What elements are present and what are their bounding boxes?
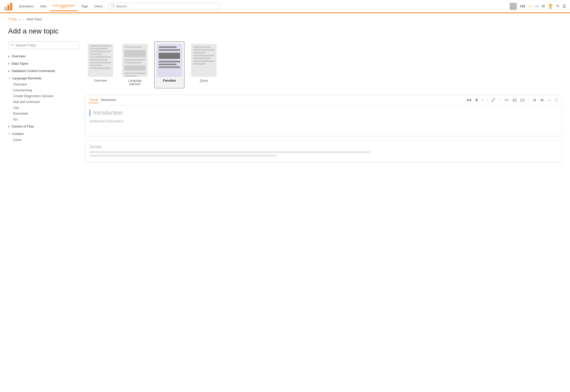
- template-overview-preview: [88, 44, 113, 77]
- sidebar-section-language: ▼ Language Elements Overview Commenting …: [8, 75, 79, 122]
- sidebar-item-datatypes[interactable]: ▶ Data Types: [8, 60, 79, 67]
- sidebar-sub-item-create-diagnostics[interactable]: Create Diagnostics Session: [13, 93, 79, 99]
- tab-markdown[interactable]: Markdown: [100, 97, 117, 103]
- page-title: Add a new topic: [0, 25, 570, 41]
- sidebar-item-language[interactable]: ▼ Language Elements: [8, 75, 79, 81]
- chevron-right-icon: ▶: [8, 55, 10, 58]
- syntax-title: Syntax: [90, 145, 558, 149]
- syntax-line-1: [90, 151, 370, 153]
- sidebar-search-container: [8, 41, 79, 49]
- svg-point-21: [540, 100, 541, 100]
- nav-questions[interactable]: Questions: [16, 3, 36, 10]
- svg-point-6: [11, 44, 13, 46]
- toolbar-font-size[interactable]: AA: [466, 98, 473, 102]
- template-query[interactable]: Query: [189, 41, 219, 88]
- sidebar-sub-language: Overview Commenting Create Diagnostics S…: [8, 81, 79, 122]
- chevron-down-icon: ▼: [8, 132, 11, 135]
- sidebar-search-input[interactable]: [15, 43, 76, 47]
- toolbar-sep-2: [528, 98, 528, 103]
- svg-rect-8: [513, 99, 516, 101]
- gold-badge: ●1: [528, 5, 532, 8]
- global-search: [108, 3, 220, 10]
- template-overview[interactable]: Overview: [85, 41, 116, 88]
- sidebar-item-label: Database Control Commands: [12, 69, 55, 73]
- toolbar-code[interactable]: </>: [503, 98, 510, 102]
- sidebar-sub-item-overview[interactable]: Overview: [13, 81, 79, 87]
- chevron-down-icon: ▼: [8, 77, 11, 80]
- sidebar-item-control-flow[interactable]: ▶ Control of Flow: [8, 123, 79, 130]
- toolbar-codeblock[interactable]: [520, 98, 525, 102]
- sidebar: ▶ Overview ▶ Data Types ▶ Database Contr…: [8, 41, 79, 163]
- syntax-container: Syntax: [85, 140, 562, 163]
- silver-badge: ●9: [535, 5, 539, 8]
- template-language[interactable]: Language Element: [120, 41, 150, 88]
- tab-visual[interactable]: Visual: [88, 97, 98, 103]
- nav-users[interactable]: Users: [92, 3, 105, 10]
- svg-point-20: [540, 99, 541, 100]
- sidebar-section-dbcontrol: ▶ Database Control Commands: [8, 68, 79, 74]
- sidebar-section-cursors: ▼ Cursors Close: [8, 131, 79, 143]
- sidebar-sub-item-use[interactable]: Use: [13, 105, 79, 111]
- search-icon: [111, 4, 115, 8]
- toolbar-sep-1: [487, 98, 487, 103]
- sidebar-item-overview[interactable]: ▶ Overview: [8, 53, 79, 59]
- sidebar-search-icon: [11, 43, 14, 47]
- toolbar-image[interactable]: [512, 98, 518, 102]
- template-function[interactable]: Function: [154, 41, 185, 88]
- syntax-lines: [90, 151, 558, 157]
- svg-line-5: [114, 7, 114, 7]
- toolbar-bold[interactable]: B: [475, 98, 479, 102]
- template-function-label: Function: [157, 79, 182, 82]
- sidebar-item-dbcontrol[interactable]: ▶ Database Control Commands: [8, 68, 79, 74]
- toolbar-help[interactable]: ?: [554, 98, 559, 102]
- template-cards: Overview Language Element: [85, 41, 562, 88]
- toolbar-unordered-list[interactable]: [539, 98, 545, 102]
- inbox-icon[interactable]: ✉: [542, 4, 545, 9]
- chevron-right-icon: ▶: [8, 125, 10, 128]
- breadcrumb-chevron: ▼: [19, 18, 22, 21]
- menu-icon[interactable]: ☰: [562, 4, 566, 9]
- content-area: Overview Language Element: [85, 41, 562, 163]
- sidebar-sub-item-close[interactable]: Close: [13, 137, 79, 143]
- site-logo[interactable]: [4, 2, 13, 11]
- syntax-line-2: [90, 155, 277, 157]
- svg-rect-1: [7, 5, 9, 10]
- breadcrumb-sep: ›: [23, 17, 24, 21]
- nav-documentation[interactable]: Documentation BETA: [50, 2, 77, 11]
- review-icon[interactable]: ✎: [556, 4, 559, 9]
- avatar[interactable]: [510, 3, 517, 10]
- svg-line-7: [13, 46, 14, 46]
- reputation-score: 191: [520, 4, 525, 8]
- template-query-label: Query: [191, 79, 217, 82]
- breadcrumb-parent[interactable]: T-SQL: [8, 17, 17, 21]
- search-input[interactable]: [116, 4, 217, 8]
- toolbar-link[interactable]: [490, 98, 496, 102]
- sidebar-item-label: Overview: [12, 54, 25, 58]
- sidebar-sub-item-null-unknown[interactable]: Null and Unknown: [13, 99, 79, 105]
- sidebar-item-cursors[interactable]: ▼ Cursors: [8, 131, 79, 137]
- sidebar-item-label: Control of Flow: [12, 124, 34, 128]
- svg-rect-0: [5, 7, 7, 10]
- top-nav: Questions Jobs Documentation BETA Tags U…: [0, 0, 570, 13]
- editor-toolbar: Visual Markdown AA B I " </>: [85, 95, 562, 105]
- toolbar-hr[interactable]: —: [547, 98, 552, 102]
- sidebar-sub-item-commenting[interactable]: Commenting: [13, 87, 79, 93]
- template-query-preview: [191, 44, 217, 77]
- svg-point-22: [540, 101, 541, 101]
- nav-jobs[interactable]: Jobs: [37, 3, 49, 10]
- breadcrumb-current: New Topic: [27, 17, 42, 21]
- breadcrumb: T-SQL ▼ › New Topic: [0, 13, 570, 25]
- nav-right: 191 ●1 ●9 ✉ 🏆 ✎ ☰: [510, 3, 566, 10]
- toolbar-quote[interactable]: ": [498, 98, 501, 102]
- editor-body[interactable]: Introduction Additional information: [85, 105, 562, 136]
- toolbar-ordered-list[interactable]: 123: [531, 98, 537, 102]
- template-overview-label: Overview: [88, 79, 113, 82]
- template-language-preview: [122, 44, 148, 77]
- trophy-icon[interactable]: 🏆: [548, 4, 553, 9]
- sidebar-item-label: Cursors: [12, 132, 24, 136]
- sidebar-sub-item-go[interactable]: Go: [13, 116, 79, 122]
- chevron-right-icon: ▶: [8, 62, 10, 65]
- nav-tags[interactable]: Tags: [78, 3, 90, 10]
- toolbar-italic[interactable]: I: [481, 98, 484, 102]
- sidebar-sub-item-backslash[interactable]: Backslash: [13, 111, 79, 116]
